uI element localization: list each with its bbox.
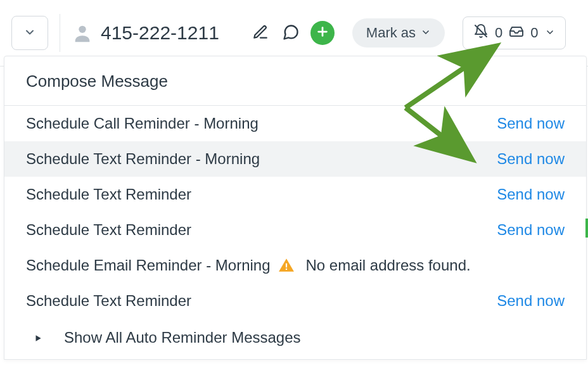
mark-as-label: Mark as [366,25,416,41]
chevron-down-icon [23,26,36,41]
avatar-icon [72,22,93,44]
svg-rect-5 [285,269,286,270]
triangle-right-icon [34,329,42,346]
reminder-label: Schedule Text Reminder [26,292,191,310]
reminder-row[interactable]: Schedule Call Reminder - Morning Send no… [4,106,586,141]
reminder-row[interactable]: Schedule Text Reminder Send now [4,177,586,212]
reminder-label: Schedule Call Reminder - Morning [26,115,259,132]
divider [60,14,60,52]
add-button[interactable] [310,21,335,45]
send-now-link[interactable]: Send now [497,221,565,239]
bell-count: 0 [495,25,502,41]
chat-icon [282,23,300,43]
svg-point-0 [79,26,86,33]
reminder-row[interactable]: Schedule Text Reminder Send now [4,283,586,319]
bell-off-icon [473,23,489,42]
reminder-label: Schedule Email Reminder - Morning [26,257,271,274]
svg-marker-6 [36,335,41,341]
svg-rect-4 [285,264,286,268]
panel-header: Compose Message [4,56,586,106]
send-now-link[interactable]: Send now [497,292,565,310]
mark-as-dropdown[interactable]: Mark as [352,18,445,48]
chevron-down-icon [545,25,555,41]
warning-text: No email address found. [306,257,471,274]
reminder-label: Schedule Text Reminder - Morning [26,150,260,168]
edit-button[interactable] [250,22,271,44]
chevron-down-icon [421,25,431,41]
send-now-link[interactable]: Send now [497,186,565,203]
counts-dropdown[interactable]: 0 0 [463,16,566,49]
inbox-icon [509,23,524,42]
show-all-label: Show All Auto Reminder Messages [64,329,301,346]
send-now-link[interactable]: Send now [497,115,565,132]
contact-phone: 415-222-1211 [101,22,219,44]
compose-panel: Compose Message Schedule Call Reminder -… [4,56,587,360]
send-now-link[interactable]: Send now [497,150,565,168]
reminder-row[interactable]: Schedule Email Reminder - Morning No ema… [4,248,586,283]
reminder-row[interactable]: Schedule Text Reminder Send now [4,212,586,248]
show-all-toggle[interactable]: Show All Auto Reminder Messages [4,319,586,359]
reminder-label: Schedule Text Reminder [26,186,191,203]
chat-button[interactable] [280,22,302,44]
pencil-icon [252,24,269,42]
warning-icon [278,257,295,274]
reminder-row[interactable]: Schedule Text Reminder - Morning Send no… [4,141,586,177]
right-accent-bar [585,219,588,238]
inbox-count: 0 [530,25,538,41]
plus-icon [316,25,329,41]
toolbar-menu-button[interactable] [11,16,48,50]
reminder-label: Schedule Text Reminder [26,221,191,239]
